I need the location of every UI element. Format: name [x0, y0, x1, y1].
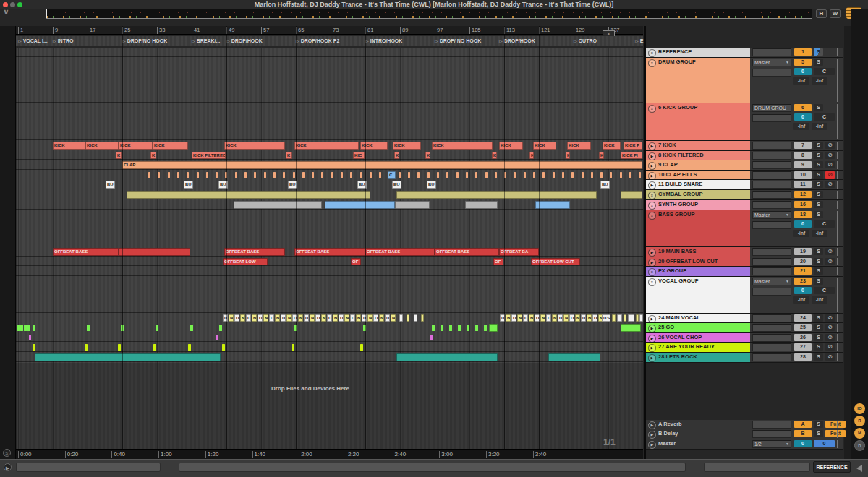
io-routing-box[interactable]: [752, 248, 791, 256]
clip[interactable]: [535, 201, 570, 209]
solo-button[interactable]: S: [814, 104, 823, 111]
track-header-24-main-vocal[interactable]: ▶24 MAIN VOCAL: [646, 314, 750, 323]
clip-tick[interactable]: [427, 172, 430, 178]
group-track-icon[interactable]: ≡: [648, 192, 656, 199]
clip-tick[interactable]: [533, 172, 535, 178]
clip-tick[interactable]: [360, 172, 362, 178]
zoom-back-icon[interactable]: ≈: [3, 449, 11, 457]
clip[interactable]: CLAP: [122, 161, 642, 169]
clip[interactable]: [127, 191, 370, 199]
track-header-vocal-group[interactable]: ≡VOCAL GROUP: [646, 277, 750, 314]
clip-tick[interactable]: [379, 172, 381, 178]
clip[interactable]: OFFBEAT BASS: [365, 248, 435, 256]
clip-tick[interactable]: [85, 344, 88, 351]
clip[interactable]: NO: [310, 314, 315, 322]
master-track[interactable]: ▶Master: [646, 439, 750, 450]
solo-button[interactable]: S: [814, 142, 823, 149]
track-number[interactable]: 12: [794, 191, 812, 198]
io-routing-box[interactable]: [752, 334, 791, 342]
clip[interactable]: NO: [529, 314, 534, 322]
time-ruler[interactable]: 0:000:200:401:001:201:402:002:202:403:00…: [16, 449, 643, 459]
io-routing-box[interactable]: [752, 324, 791, 332]
clip-tick[interactable]: [24, 325, 27, 331]
return-letter[interactable]: B: [794, 430, 812, 437]
clip-tick[interactable]: [437, 172, 439, 178]
lane-are-your-ready[interactable]: [16, 343, 643, 352]
clip-tick[interactable]: [514, 172, 516, 178]
zoom-height-button[interactable]: H: [816, 9, 827, 18]
solo-button[interactable]: S: [814, 211, 823, 218]
solo-button[interactable]: S: [814, 421, 823, 428]
track-header-11-build-snare[interactable]: ▶11 BUILD SNARE: [646, 180, 750, 190]
panel-scroll-area[interactable]: [844, 26, 851, 459]
clip[interactable]: KIC: [353, 152, 365, 159]
clip[interactable]: NO: [344, 314, 349, 322]
io-routing-box[interactable]: [752, 171, 791, 179]
output-routing-select[interactable]: Master▼: [752, 59, 791, 66]
clip-tick[interactable]: [293, 172, 295, 178]
clip[interactable]: KICK: [119, 142, 153, 150]
follow-playback-icon[interactable]: ▶: [4, 463, 12, 471]
pan-box[interactable]: C: [814, 220, 835, 228]
lane-clap-fills[interactable]: [16, 171, 643, 179]
input-routing-box[interactable]: [752, 221, 791, 229]
track-number[interactable]: 5: [794, 59, 812, 66]
track-number[interactable]: 28: [794, 353, 812, 361]
solo-button[interactable]: S: [814, 181, 823, 188]
clip-tick[interactable]: [430, 335, 433, 340]
clip[interactable]: NO: [240, 314, 245, 322]
track-header-reference[interactable]: ≡REFERENCE: [646, 48, 750, 58]
io-routing-box[interactable]: [752, 258, 791, 266]
locator-row[interactable]: ▷VOCAL I...▷INTRO▷DROP/NO HOOK▷BREAK/...…: [16, 36, 643, 46]
clip[interactable]: [612, 314, 616, 322]
clip[interactable]: KICK FILTERED: [192, 152, 226, 159]
clip-tick[interactable]: [216, 335, 218, 340]
track-number[interactable]: 24: [794, 314, 812, 322]
track-header-20-offbeat-low-cut[interactable]: ▶20 OFFBEAT LOW CUT: [646, 257, 750, 267]
io-routing-box[interactable]: [752, 201, 791, 209]
solo-button[interactable]: S: [814, 161, 823, 168]
clip[interactable]: NO: [356, 314, 361, 322]
clip[interactable]: NO: [367, 314, 373, 322]
play-track-icon[interactable]: ▶: [648, 354, 656, 362]
locator[interactable]: ▷OUTRO: [574, 37, 597, 46]
clip[interactable]: BU: [106, 181, 115, 189]
clip[interactable]: K: [116, 152, 122, 159]
io-routing-box[interactable]: [752, 48, 791, 56]
lane-go[interactable]: [16, 323, 643, 332]
clip[interactable]: C: [388, 171, 396, 179]
clip-tick[interactable]: [216, 172, 218, 178]
arm-record-icon[interactable]: ⊘: [825, 334, 835, 341]
clip-tick[interactable]: [417, 172, 420, 178]
clip[interactable]: OF: [351, 258, 361, 265]
track-header-19-main-bass[interactable]: ▶19 MAIN BASS: [646, 247, 750, 257]
track-number[interactable]: 6: [794, 104, 812, 111]
clip[interactable]: [396, 191, 597, 199]
return-letter[interactable]: A: [794, 421, 812, 428]
arm-record-icon[interactable]: ⊘: [825, 258, 835, 265]
clip[interactable]: OFFBEAT BASS: [294, 248, 365, 256]
clip[interactable]: OFFBEAT BASS: [435, 248, 499, 256]
clip[interactable]: [234, 201, 322, 209]
beat-time-ruler[interactable]: 191725334149576573818997105113121129137: [16, 26, 643, 35]
clip[interactable]: ITS: [581, 314, 586, 322]
track-number[interactable]: 9: [794, 161, 812, 168]
clip-tick[interactable]: [467, 325, 469, 331]
clip-tick[interactable]: [449, 325, 452, 331]
clip-tick[interactable]: [441, 325, 443, 331]
group-track-icon[interactable]: ≡: [648, 278, 656, 286]
solo-button[interactable]: S: [814, 267, 823, 275]
clip[interactable]: NO: [298, 314, 303, 322]
io-routing-box[interactable]: [752, 161, 791, 169]
volume-box[interactable]: 0: [794, 220, 812, 228]
clip-tick[interactable]: [33, 344, 35, 351]
clip-tick[interactable]: [283, 172, 285, 178]
clip[interactable]: OFFBEAT BASS: [224, 248, 285, 256]
group-track-icon[interactable]: ≡: [648, 212, 656, 220]
clip[interactable]: [119, 248, 190, 256]
clip[interactable]: [421, 314, 424, 322]
clip-tick[interactable]: [495, 172, 497, 178]
clip[interactable]: ITS: [315, 314, 320, 322]
arrangement-overview[interactable]: [46, 9, 812, 19]
clip-tick[interactable]: [20, 325, 23, 331]
